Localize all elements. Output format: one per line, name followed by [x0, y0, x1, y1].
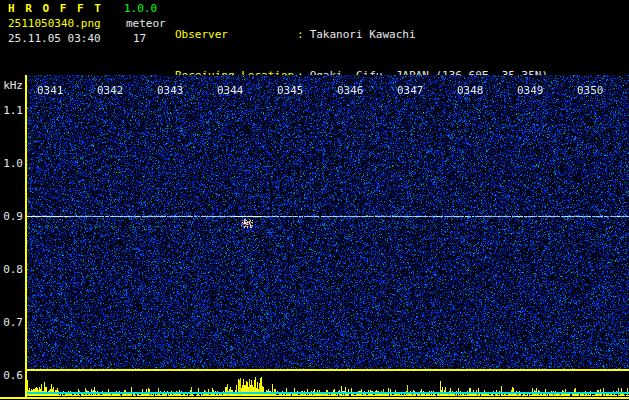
- y-tick-label: 1.1: [0, 104, 23, 117]
- y-tick-label: 0.7: [0, 316, 23, 329]
- x-tick-label: 0346: [337, 84, 364, 97]
- x-tick-label: 0344: [217, 84, 244, 97]
- x-tick-label: 0342: [97, 84, 124, 97]
- hrofft-screen: H R O F F T 1.0.0 2511050340.png meteor …: [0, 0, 629, 400]
- y-tick-label: 0.9: [0, 210, 23, 223]
- info-row-observer: Observer:Takanori Kawachi: [175, 28, 548, 43]
- observation-datetime: 25.11.05 03:40: [8, 32, 101, 45]
- x-tick-label: 0345: [277, 84, 304, 97]
- info-colon: :: [297, 28, 304, 41]
- y-axis-unit: kHz: [0, 79, 23, 92]
- x-tick-label: 0343: [157, 84, 184, 97]
- output-filename: 2511050340.png: [8, 17, 101, 30]
- observation-mode: meteor: [126, 17, 166, 30]
- info-value: Takanori Kawachi: [310, 28, 416, 41]
- x-tick-label: 0341: [37, 84, 64, 97]
- plot-left-border-line: [25, 75, 27, 399]
- spectrogram-canvas: [27, 75, 629, 369]
- x-tick-label: 0349: [517, 84, 544, 97]
- x-tick-label: 0350: [577, 84, 604, 97]
- echo-count: 17: [133, 32, 146, 45]
- level-strip-canvas: [27, 371, 629, 397]
- x-tick-label: 0348: [457, 84, 484, 97]
- info-label: Observer: [175, 28, 297, 41]
- y-tick-label: 1.0: [0, 157, 23, 170]
- x-tick-label: 0347: [397, 84, 424, 97]
- plot-strip-separator-line: [25, 369, 629, 371]
- bottom-border-line: [0, 397, 629, 399]
- app-version: 1.0.0: [124, 2, 157, 15]
- y-tick-label: 0.8: [0, 263, 23, 276]
- y-tick-label: 0.6: [0, 369, 23, 382]
- app-title: H R O F F T: [8, 2, 103, 15]
